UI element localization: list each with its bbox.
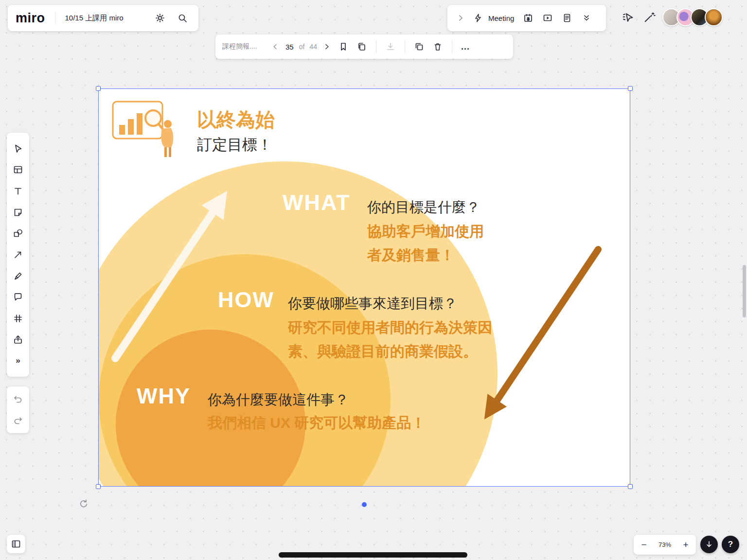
cursor-icon bbox=[13, 143, 23, 154]
answer-how-line2: 素、與驗證目前的商業假設。 bbox=[288, 339, 492, 363]
answer-why-line1: 我們相信 UX 研究可以幫助產品！ bbox=[208, 411, 426, 435]
zoom-out-button[interactable]: − bbox=[639, 540, 649, 550]
slide-title: 以終為始 bbox=[197, 106, 275, 133]
select-tool[interactable] bbox=[10, 140, 26, 157]
pen-icon bbox=[13, 271, 23, 281]
presentation-dock-bar[interactable] bbox=[279, 552, 467, 558]
frame-name-label[interactable]: 課程簡報.... bbox=[222, 42, 267, 51]
avatar-4[interactable] bbox=[705, 8, 723, 26]
upload-tool[interactable] bbox=[10, 332, 26, 348]
frame-page-indicator[interactable] bbox=[362, 502, 367, 507]
chevron-right-icon bbox=[322, 42, 331, 51]
keyword-what: WHAT bbox=[283, 190, 351, 215]
sticky-note-tool[interactable] bbox=[10, 204, 26, 221]
meeting-label[interactable]: Meeting bbox=[488, 14, 514, 22]
agenda-button[interactable]: 3 bbox=[520, 10, 536, 26]
lightning-icon bbox=[473, 13, 483, 23]
frame-nav-toolbar: 課程簡報.... 35 of 44 bbox=[215, 35, 513, 59]
board-title[interactable]: 10/15 上課用 miro bbox=[65, 14, 146, 23]
text-tool[interactable] bbox=[10, 183, 26, 199]
settings-button[interactable] bbox=[152, 10, 168, 26]
screenshare-icon bbox=[542, 13, 553, 23]
question-why: 你為什麼要做這件事？ bbox=[208, 390, 349, 410]
prev-frame-button[interactable] bbox=[269, 38, 282, 55]
resize-handle-top-left[interactable] bbox=[96, 86, 101, 91]
comment-tool[interactable] bbox=[10, 289, 26, 305]
header-bar: miro 10/15 上課用 miro bbox=[8, 5, 198, 31]
upload-icon bbox=[13, 334, 23, 345]
duplicate-button[interactable] bbox=[411, 38, 427, 55]
resize-handle-top-right[interactable] bbox=[628, 86, 633, 91]
chart-analysis-illustration bbox=[111, 98, 179, 160]
notes-button[interactable] bbox=[559, 10, 575, 26]
frame-tool[interactable] bbox=[10, 310, 26, 327]
templates-icon bbox=[13, 164, 23, 175]
zoom-in-button[interactable]: + bbox=[680, 540, 691, 550]
bookmark-button[interactable] bbox=[335, 38, 352, 55]
answer-what-line2: 者及銷售量！ bbox=[367, 243, 484, 267]
help-button[interactable]: ? bbox=[722, 536, 739, 553]
double-chevron-down-icon bbox=[582, 13, 591, 23]
undo-button[interactable] bbox=[10, 391, 26, 407]
chevron-left-icon bbox=[271, 42, 280, 51]
total-page-number: 44 bbox=[308, 43, 319, 51]
question-how: 你要做哪些事來達到目標？ bbox=[288, 294, 457, 314]
meeting-button[interactable] bbox=[472, 10, 484, 26]
redo-button[interactable] bbox=[10, 412, 26, 429]
rotate-icon bbox=[79, 499, 89, 508]
duplicate-icon bbox=[414, 41, 425, 52]
comment-icon bbox=[13, 292, 23, 302]
selected-frame[interactable]: 以終為始 訂定目標！ WHAT 你的目標是什麼？ 協助客戶增加使用 者及銷售量！… bbox=[99, 89, 630, 486]
search-button[interactable] bbox=[174, 10, 191, 26]
miro-board-canvas[interactable]: 以終為始 訂定目標！ WHAT 你的目標是什麼？ 協助客戶增加使用 者及銷售量！… bbox=[0, 0, 747, 560]
shapes-icon bbox=[13, 228, 23, 239]
zoom-level[interactable]: 73% bbox=[658, 541, 671, 548]
redo-icon bbox=[13, 415, 23, 426]
resize-handle-bottom-left[interactable] bbox=[96, 484, 101, 489]
creation-toolbar: » bbox=[7, 133, 29, 377]
document-icon bbox=[562, 13, 572, 23]
frame-hash-icon bbox=[13, 313, 23, 324]
next-frame-button[interactable] bbox=[320, 38, 333, 55]
templates-tool[interactable] bbox=[10, 161, 26, 178]
more-options-button[interactable]: ... bbox=[458, 42, 473, 52]
chevron-right-icon bbox=[456, 13, 465, 23]
calendar-icon: 3 bbox=[523, 13, 534, 23]
resize-handle-bottom-right[interactable] bbox=[628, 484, 633, 489]
download-button[interactable] bbox=[382, 38, 399, 55]
question-what: 你的目標是什麼？ bbox=[367, 198, 480, 217]
vertical-scrollbar[interactable] bbox=[743, 265, 746, 317]
pen-tool[interactable] bbox=[10, 268, 26, 284]
up-right-arrow bbox=[115, 202, 220, 358]
rotate-handle[interactable] bbox=[78, 498, 89, 509]
shapes-tool[interactable] bbox=[10, 225, 26, 242]
down-left-arrow bbox=[491, 249, 598, 410]
frames-panel-button[interactable] bbox=[7, 535, 25, 553]
screenshare-button[interactable] bbox=[539, 10, 556, 26]
download-icon bbox=[385, 41, 396, 52]
collapse-toolbar-button[interactable] bbox=[578, 10, 595, 26]
answer-what: 協助客戶增加使用 者及銷售量！ bbox=[367, 219, 484, 267]
more-tools-button[interactable]: » bbox=[10, 352, 26, 369]
arrow-connector-icon bbox=[13, 249, 23, 260]
delete-button[interactable] bbox=[429, 38, 446, 55]
gear-icon bbox=[155, 13, 165, 23]
question-mark-icon: ? bbox=[728, 540, 733, 549]
meeting-bar: Meeting 3 bbox=[447, 5, 606, 31]
pages-button[interactable] bbox=[354, 38, 370, 55]
divider bbox=[405, 40, 405, 53]
miro-logo[interactable]: miro bbox=[16, 11, 45, 26]
divider bbox=[452, 40, 452, 53]
hide-interface-button[interactable] bbox=[700, 536, 718, 553]
divider bbox=[376, 40, 376, 53]
collapse-left-button[interactable] bbox=[452, 10, 469, 26]
trash-icon bbox=[432, 41, 443, 52]
pages-icon bbox=[356, 41, 367, 52]
of-label: of bbox=[298, 43, 306, 51]
zoom-controls: − 73% + bbox=[634, 535, 696, 555]
laser-pointer-button[interactable] bbox=[640, 8, 658, 27]
follow-cursor-button[interactable] bbox=[619, 8, 637, 27]
keyword-how: HOW bbox=[218, 287, 274, 313]
slide-content: 以終為始 訂定目標！ WHAT 你的目標是什麼？ 協助客戶增加使用 者及銷售量！… bbox=[99, 89, 630, 486]
connector-tool[interactable] bbox=[10, 246, 26, 263]
